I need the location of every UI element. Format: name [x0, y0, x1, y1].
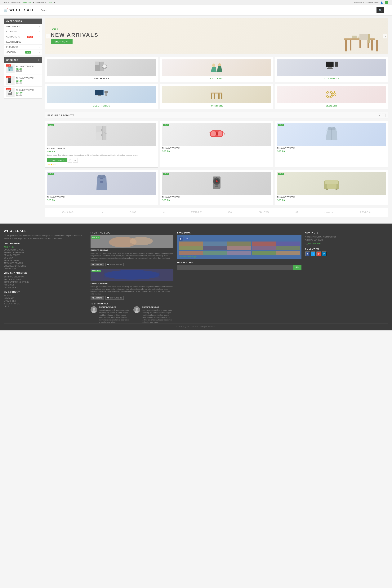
facebook-section: f Like: [177, 235, 302, 259]
footer-link-viewcart[interactable]: VIEW CART: [4, 297, 87, 299]
social-twitter-button[interactable]: t: [311, 251, 316, 256]
fb-like-icon: Like: [184, 237, 189, 240]
footer-link-advanced[interactable]: ADVANCED SEARCH: [4, 262, 87, 264]
new-badge-5: NEW: [163, 173, 169, 175]
compare-button-1[interactable]: ⇄: [73, 158, 78, 163]
comments-count-2: 25 COMMENTS: [110, 297, 122, 299]
category-card-computers[interactable]: COMPUTERS: [275, 57, 388, 82]
svg-line-5: [9, 90, 10, 93]
product-price-1: $25.89: [47, 150, 156, 153]
cart-icon-btn: 🛒: [50, 159, 52, 161]
search-bar: 🔍: [39, 7, 384, 13]
footer-link-template[interactable]: TEMPLATE SETTINGS: [4, 251, 87, 254]
sidebar-item-electronics[interactable]: ELECTRONICS ›: [4, 39, 42, 44]
svg-rect-51: [102, 129, 102, 131]
arrow-icon: ›: [39, 25, 40, 27]
comments-btn-2[interactable]: 💬 25 COMMENTS: [106, 296, 124, 300]
category-img-computers: [277, 59, 386, 76]
product-card-5: NEW EIUSMOD TEMPOR $25.89: [160, 170, 273, 205]
special-item-2: SALE EIUSMOD TEMPOR $25.89 $27.89: [4, 75, 42, 87]
svg-point-25: [218, 63, 221, 67]
svg-point-24: [212, 63, 215, 67]
special-info-1: EIUSMOD TEMPOR $25.89 $27.89: [16, 65, 40, 72]
product-grid: NEW Haier EIUSMOD TEMPOR $25.89 Lorem ip…: [45, 121, 388, 205]
svg-point-88: [136, 308, 138, 310]
category-card-appliances[interactable]: APPLIANCES: [45, 57, 158, 82]
category-card-clothing[interactable]: CLOTHING: [160, 57, 273, 82]
featured-prev-button[interactable]: ‹: [378, 114, 382, 117]
phone-icon: 📞: [305, 243, 308, 245]
special-img-2: SALE: [6, 76, 14, 85]
social-linkedin-button[interactable]: in: [322, 251, 326, 256]
hero-banner: ‹ IKEA NEW ARRIVALS SHOP NOW!: [45, 18, 388, 54]
footer-link-search[interactable]: SEARCH TERMS: [4, 259, 87, 262]
cart-count[interactable]: 0: [385, 1, 388, 4]
add-to-cart-button-1[interactable]: 🛒 ADD TO CART: [47, 158, 66, 162]
category-card-jewelry[interactable]: JEWELRY: [275, 84, 388, 109]
footer-link-about[interactable]: ABOUT US: [4, 246, 87, 248]
footer-link-customer[interactable]: CUSTOMER SERVICE: [4, 249, 87, 251]
footer-bottom: © 2015 Magento Demo Store. All Rights Re…: [4, 324, 388, 328]
sidebar-item-jewelry[interactable]: JEWELRY NEW ›: [4, 50, 42, 55]
category-card-furniture[interactable]: FURNITURE: [160, 84, 273, 109]
svg-rect-41: [214, 94, 215, 99]
footer-link-sitemap[interactable]: SITE MAP: [4, 257, 87, 259]
user-icon[interactable]: 👤: [380, 1, 383, 4]
comments-btn-1[interactable]: 💬 25 COMMENTS: [106, 263, 124, 266]
social-googleplus-button[interactable]: g+: [316, 251, 321, 256]
testimonials-title: TESTIMONIALS: [90, 303, 174, 305]
product-name-4: EIUSMOD TEMPOR: [47, 196, 156, 198]
featured-next-button[interactable]: ›: [382, 114, 386, 117]
footer-link-wishlist[interactable]: MY WISHLIST: [4, 300, 87, 302]
footer-link-shipping[interactable]: SHIPPING & RETURNS: [4, 276, 87, 278]
footer-link-track[interactable]: TRACK MY ORDER: [4, 303, 87, 305]
svg-rect-37: [106, 95, 107, 96]
brand-versace: ⬧: [102, 211, 103, 213]
hero-shop-button[interactable]: SHOP NOW!: [51, 39, 72, 44]
footer-why-title: WHY BUY FROM US: [4, 272, 87, 274]
new-badge-jewelry: NEW: [24, 51, 31, 53]
special-price-old-2: $27.89: [16, 82, 40, 84]
sidebar-item-computers[interactable]: COMPUTERS SALE ›: [4, 34, 42, 39]
hero-next-button[interactable]: ›: [384, 34, 387, 38]
search-button[interactable]: 🔍: [376, 7, 384, 13]
sidebar-item-clothing[interactable]: CLOTHING ›: [4, 29, 42, 34]
language-label: YOUR LANGUAGE:: [4, 1, 21, 4]
sidebar-item-appliances[interactable]: APPLIANCES ›: [4, 24, 42, 29]
footer-link-group[interactable]: GROUP SALES: [4, 286, 87, 289]
testimonial-1: EIUSMOD TEMPOR Lorem ipsum dolor sit ame…: [90, 306, 130, 324]
currency-value[interactable]: USD: [48, 1, 52, 4]
wishlist-button-1[interactable]: ♡: [68, 158, 72, 163]
footer-link-affiliates[interactable]: AFFILIATES: [4, 284, 87, 286]
read-more-btn-2[interactable]: READ MORE: [90, 296, 104, 300]
specials-prev[interactable]: –: [35, 59, 37, 61]
footer-link-signin[interactable]: SIGN IN: [4, 295, 87, 297]
logo[interactable]: 🛒 WHOLESALE: [4, 8, 35, 12]
footer-contacts-col: CONTACTS Company Inc., 8901 Marmora Road…: [305, 229, 388, 324]
product-card-6: NEW EIUSMOD TEMPOR $25.89: [275, 170, 388, 205]
read-more-btn-1[interactable]: READ MORE: [90, 263, 104, 266]
sidebar-item-furniture[interactable]: FURNITURE ›: [4, 44, 42, 50]
category-card-electronics[interactable]: ELECTRONICS: [45, 84, 158, 109]
social-facebook-button[interactable]: f: [305, 251, 310, 256]
specials-next[interactable]: +: [38, 59, 40, 61]
footer-link-help[interactable]: HELP: [4, 305, 87, 307]
newsletter-button[interactable]: GO!: [293, 265, 302, 270]
footer-link-secure[interactable]: SECURE SHOPPING: [4, 278, 87, 281]
search-input[interactable]: [39, 7, 376, 13]
blog-text-1: Lorem ipsum dolor sit amet conse ctatur …: [90, 252, 174, 262]
footer-link-intl[interactable]: INTERNATIONAL SHIPPING: [4, 281, 87, 283]
hero-prev-button[interactable]: ‹: [46, 34, 50, 38]
newsletter-input[interactable]: [177, 265, 293, 270]
brand-ck: CK: [228, 211, 232, 214]
category-name-clothing: CLOTHING: [162, 77, 271, 80]
special-price-old-1: $27.89: [16, 70, 40, 72]
footer-link-contact[interactable]: CONTACT US: [4, 267, 87, 270]
product-img-4: NEW: [47, 172, 156, 195]
svg-rect-61: [100, 179, 103, 179]
special-item-1: SALE EIUSMOD TEMPOR $25.89 $27.89: [4, 63, 42, 75]
footer-link-orders[interactable]: ORDERS AND RETURNS: [4, 265, 87, 267]
footer-link-privacy[interactable]: PRIVACY POLICY: [4, 254, 87, 256]
svg-rect-35: [104, 91, 108, 93]
language-value[interactable]: ENGLISH: [22, 1, 31, 4]
